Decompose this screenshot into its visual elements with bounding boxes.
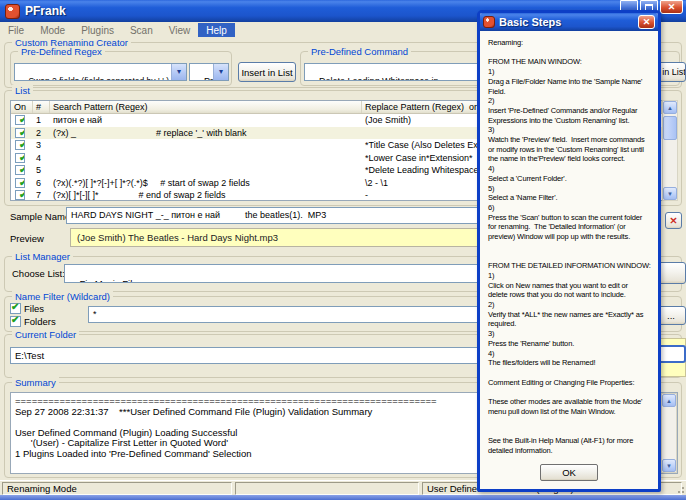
status-mode: Renaming Mode <box>2 482 232 495</box>
name-filter-label: Name Filter (Wildcard) <box>12 291 113 302</box>
row-checkbox[interactable]: ✔ <box>15 140 25 150</box>
list-manager-label: List Manager <box>12 251 73 262</box>
predefined-command-label: Pre-Defined Command <box>308 46 411 57</box>
menu-scan[interactable]: Scan <box>122 23 161 37</box>
check-icon: ✔ <box>16 190 25 200</box>
column-search-pattern[interactable]: Search Pattern (Regex) <box>50 101 362 113</box>
choose-list-value: Fix Music Files <box>80 278 143 283</box>
column-number[interactable]: # <box>33 101 50 113</box>
menu-plugins[interactable]: Plugins <box>73 23 122 37</box>
app-icon <box>5 4 20 19</box>
row-checkbox[interactable]: ✔ <box>15 128 25 138</box>
predefined-regex-combo[interactable]: Swap 2 fields (fields separated by '-' )… <box>14 63 187 81</box>
check-icon: ✔ <box>16 115 25 125</box>
files-checkbox[interactable]: ✔ <box>10 303 21 314</box>
clear-sample-button[interactable]: ✕ <box>665 212 682 229</box>
chevron-down-icon[interactable]: ▾ <box>171 64 186 80</box>
summary-text: ========================================… <box>15 396 437 459</box>
menu-view[interactable]: View <box>161 23 199 37</box>
dialog-title: Basic Steps <box>499 16 561 28</box>
preview-label: Preview <box>10 233 44 244</box>
row-checkbox[interactable]: ✔ <box>15 115 25 125</box>
insert-regex-in-list-button[interactable]: Insert in List <box>238 62 296 82</box>
list-group-label: List <box>12 85 33 96</box>
files-checkbox-label[interactable]: Files <box>24 303 44 314</box>
dialog-title-bar[interactable]: Basic Steps ✕ <box>480 13 658 31</box>
summary-label: Summary <box>12 377 59 388</box>
row-checkbox[interactable]: ✔ <box>15 178 25 188</box>
row-checkbox[interactable]: ✔ <box>15 165 25 175</box>
menu-help[interactable]: Help <box>198 23 235 37</box>
choose-list-label: Choose List: <box>12 268 65 279</box>
scroll-down-icon[interactable]: ▼ <box>662 459 676 472</box>
app-icon <box>483 16 495 28</box>
scrollbar-thumb[interactable] <box>663 116 677 140</box>
check-icon: ✔ <box>16 153 25 163</box>
row-checkbox[interactable]: ✔ <box>15 190 25 200</box>
check-icon: ✔ <box>11 301 19 312</box>
chevron-down-icon[interactable]: ▾ <box>213 64 228 80</box>
predefined-regex-value: Swap 2 fields (fields separated by '-' )… <box>28 76 178 81</box>
dialog-body-text: Renaming: FROM THE MAIN WINDOW: 1) Drag … <box>483 31 655 459</box>
scroll-down-icon[interactable]: ▼ <box>663 187 677 200</box>
current-folder-label: Current Folder <box>12 329 79 340</box>
close-icon: ✕ <box>643 17 651 27</box>
menu-mode[interactable]: Mode <box>32 23 73 37</box>
check-icon: ✔ <box>16 178 25 188</box>
clear-x-icon: ✕ <box>670 215 678 226</box>
row-checkbox[interactable]: ✔ <box>15 153 25 163</box>
dialog-close-button[interactable]: ✕ <box>638 15 655 29</box>
check-icon: ✔ <box>16 165 25 175</box>
prefix-combo[interactable]: Prefix ▾ <box>189 63 229 81</box>
window-bottom-border <box>0 495 686 500</box>
menu-file[interactable]: File <box>0 23 32 37</box>
check-icon: ✔ <box>16 140 25 150</box>
folders-checkbox-label[interactable]: Folders <box>24 316 56 327</box>
window-title: PFrank <box>25 4 66 18</box>
predefined-command-value: Delete Leading Whitespace in <box>319 76 439 81</box>
basic-steps-dialog: Basic Steps ✕ Renaming: FROM THE MAIN WI… <box>477 10 661 492</box>
close-button[interactable]: ✕ <box>660 0 683 14</box>
scroll-up-icon[interactable]: ▲ <box>662 394 676 407</box>
predefined-regex-label: Pre-Defined Regex <box>18 46 105 57</box>
pfrank-main-window: PFrank ✕ File Mode Plugins Scan View Hel… <box>0 0 686 500</box>
folders-checkbox[interactable]: ✔ <box>10 316 21 327</box>
column-on[interactable]: On <box>11 101 33 113</box>
list-scrollbar[interactable]: ▲ ▼ <box>662 100 678 201</box>
scroll-up-icon[interactable]: ▲ <box>663 101 677 114</box>
sample-name-label: Sample Name <box>10 211 70 222</box>
ok-button[interactable]: OK <box>540 464 598 481</box>
check-icon: ✔ <box>16 128 25 138</box>
close-icon: ✕ <box>668 2 676 12</box>
summary-scrollbar[interactable]: ▲ ▼ <box>661 393 677 473</box>
status-middle <box>235 482 419 495</box>
resize-grip[interactable] <box>675 484 685 494</box>
check-icon: ✔ <box>11 314 19 325</box>
